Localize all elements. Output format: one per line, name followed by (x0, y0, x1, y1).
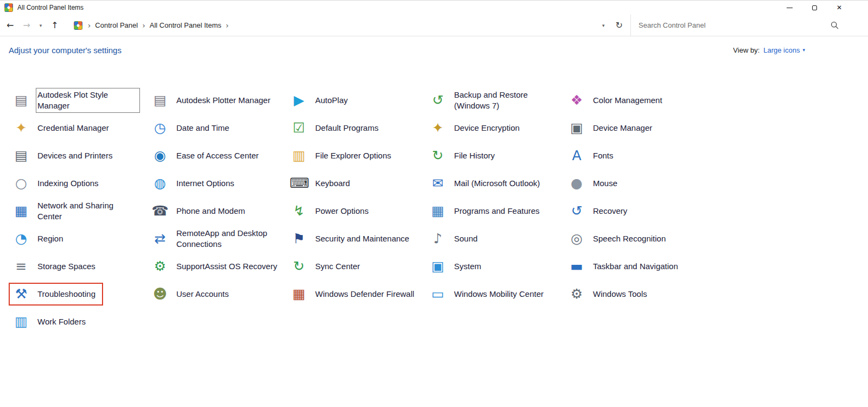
breadcrumb-control-panel[interactable]: Control Panel (95, 21, 138, 29)
view-by-value: Large icons (763, 46, 800, 54)
control-panel-item[interactable]: ⚒Troubleshooting (9, 283, 103, 306)
control-panel-item[interactable]: ▥File Explorer Options (286, 144, 399, 167)
control-panel-item[interactable]: ↻File History (425, 144, 502, 167)
windows-tools-icon: ⚙ (567, 285, 586, 303)
view-by-control: View by: Large icons ▾ (733, 46, 805, 54)
item-label: Keyboard (315, 178, 350, 189)
control-panel-item[interactable]: ≡Storage Spaces (9, 255, 103, 278)
control-panel-item[interactable]: ▦Windows Defender Firewall (286, 283, 422, 306)
address-bar[interactable]: › Control Panel › All Control Panel Item… (66, 15, 630, 36)
item-label: Fonts (593, 150, 614, 161)
control-panel-item[interactable]: ☻User Accounts (148, 283, 237, 306)
control-panel-item[interactable]: ▶AutoPlay (286, 89, 355, 112)
control-panel-item[interactable]: ↻Sync Center (286, 255, 368, 278)
item-label: Date and Time (176, 123, 229, 133)
control-panel-item[interactable]: AFonts (564, 144, 621, 167)
control-panel-item[interactable]: ◉Ease of Access Center (148, 144, 266, 167)
control-panel-item[interactable]: ▦Programs and Features (425, 200, 547, 222)
item-label: File History (454, 150, 495, 161)
control-panel-item[interactable]: ⇄RemoteApp and Desktop Connections (148, 226, 285, 252)
search-icon[interactable] (831, 21, 839, 29)
nav-controls: ← → ▾ ↑ (0, 20, 66, 30)
close-button[interactable]: ✕ (827, 1, 852, 15)
item-label: Mail (Microsoft Outlook) (454, 178, 540, 189)
item-label: Speech Recognition (593, 233, 666, 244)
control-panel-item[interactable]: ▭Windows Mobility Center (425, 283, 551, 306)
sync-center-icon: ↻ (290, 257, 308, 276)
control-panel-item[interactable]: ☑Default Programs (286, 117, 386, 139)
troubleshooting-icon: ⚒ (12, 285, 30, 303)
search-input[interactable] (639, 21, 825, 29)
view-by-dropdown[interactable]: Large icons ▾ (763, 46, 805, 54)
fonts-icon: A (567, 147, 586, 165)
control-panel-item[interactable]: ⚙Windows Tools (564, 283, 655, 306)
control-panel-item[interactable]: ✦Device Encryption (425, 117, 527, 139)
control-panel-item[interactable]: ▥Work Folders (9, 310, 93, 333)
item-label: Autodesk Plotter Manager (176, 95, 270, 106)
supportassist-recovery-icon: ⚙ (151, 257, 169, 276)
file-history-icon: ↻ (429, 147, 447, 165)
search-box[interactable] (630, 15, 846, 36)
control-panel-item[interactable]: ▦Network and Sharing Center (9, 198, 146, 224)
recent-locations-chevron-icon[interactable]: ▾ (40, 23, 42, 28)
ease-of-access-icon: ◉ (151, 147, 169, 165)
breadcrumb-separator-icon: › (84, 21, 95, 30)
control-panel-item[interactable]: ▣System (425, 255, 489, 278)
control-panel-item[interactable]: ▤Devices and Printers (9, 144, 120, 167)
control-panel-item[interactable]: ●Mouse (564, 172, 625, 195)
control-panel-window: All Control Panel Items ✕ ← → ▾ ↑ › Cont… (0, 0, 868, 407)
control-panel-item[interactable]: ⚙SupportAssist OS Recovery (148, 255, 285, 278)
control-panel-item[interactable]: ♪Sound (425, 227, 485, 250)
recovery-icon: ↺ (567, 202, 586, 220)
item-label: Phone and Modem (176, 206, 245, 217)
control-panel-item[interactable]: ◍Internet Options (148, 172, 242, 195)
control-panel-item[interactable]: ⌨Keyboard (286, 172, 358, 195)
close-icon: ✕ (837, 4, 842, 11)
minimize-button[interactable] (777, 1, 802, 15)
item-label: File Explorer Options (315, 150, 391, 161)
item-label: System (454, 261, 481, 272)
item-label: Device Encryption (454, 123, 520, 133)
control-panel-item[interactable]: ◎Speech Recognition (564, 227, 673, 250)
work-folders-icon: ▥ (12, 313, 30, 331)
item-label: Windows Mobility Center (454, 289, 544, 300)
item-label: Programs and Features (454, 206, 540, 217)
control-panel-item[interactable]: ⚑Security and Maintenance (286, 227, 417, 250)
breadcrumb-separator-icon: › (221, 21, 233, 30)
item-label: Credential Manager (37, 123, 109, 133)
control-panel-item[interactable]: ✉Mail (Microsoft Outlook) (425, 172, 547, 195)
control-panel-item[interactable]: ❖Color Management (564, 89, 670, 112)
devices-and-printers-icon: ▤ (12, 147, 30, 165)
item-label: Sound (454, 233, 477, 244)
autoplay-icon: ▶ (290, 91, 308, 110)
chevron-down-icon: ▾ (802, 47, 805, 53)
address-dropdown-chevron-icon[interactable]: ▾ (602, 23, 605, 28)
control-panel-item[interactable]: ↺Recovery (564, 200, 635, 222)
control-panel-item[interactable]: ✦Credential Manager (9, 117, 117, 139)
up-button[interactable]: ↑ (51, 20, 58, 30)
control-panel-item[interactable]: ↺Backup and Restore (Windows 7) (425, 87, 563, 113)
control-panel-item[interactable]: ○Indexing Options (9, 172, 106, 195)
view-by-label: View by: (733, 46, 760, 54)
item-label: Taskbar and Navigation (593, 261, 678, 272)
back-button[interactable]: ← (7, 20, 14, 30)
item-label: Sync Center (315, 261, 360, 272)
control-panel-item[interactable]: ↯Power Options (286, 200, 376, 222)
window-title: All Control Panel Items (17, 4, 84, 11)
phone-and-modem-icon: ☎ (151, 202, 169, 220)
refresh-icon[interactable]: ↻ (616, 20, 623, 30)
control-panel-item[interactable]: ▬Taskbar and Navigation (564, 255, 686, 278)
control-panel-item[interactable]: ◷Date and Time (148, 117, 237, 139)
control-panel-item[interactable]: ▤Autodesk Plotter Manager (148, 89, 278, 112)
user-accounts-icon: ☻ (151, 285, 169, 303)
titlebar: All Control Panel Items ✕ (0, 1, 868, 15)
header-row: Adjust your computer's settings View by:… (0, 36, 868, 63)
control-panel-item[interactable]: ▤Autodesk Plot Style Manager (9, 87, 146, 113)
breadcrumb-all-control-panel-items[interactable]: All Control Panel Items (150, 21, 221, 29)
control-panel-item[interactable]: ◔Region (9, 227, 71, 250)
maximize-button[interactable] (802, 1, 827, 15)
speech-recognition-icon: ◎ (567, 230, 586, 248)
control-panel-item[interactable]: ☎Phone and Modem (148, 200, 253, 222)
forward-button[interactable]: → (23, 20, 30, 30)
control-panel-item[interactable]: ▣Device Manager (564, 117, 660, 139)
